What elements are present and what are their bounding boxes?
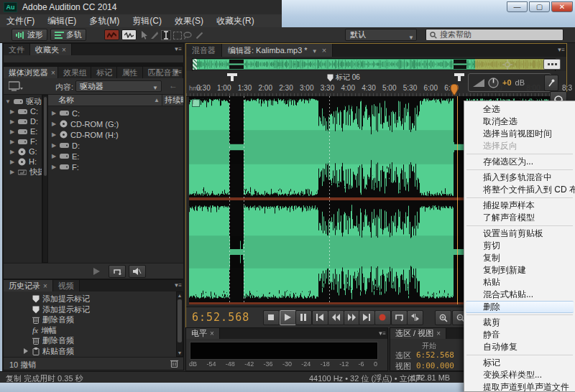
gain-slope-icon[interactable]: [473, 79, 484, 87]
expander-icon[interactable]: ▶: [51, 121, 57, 127]
media-tab[interactable]: 媒体浏览器×: [4, 67, 58, 78]
play-button[interactable]: [280, 310, 296, 325]
context-menu-item-粘贴[interactable]: 粘贴: [464, 276, 575, 289]
multitrack-view-button[interactable]: 多轨: [50, 29, 86, 41]
close-tab-icon[interactable]: ×: [436, 330, 441, 337]
expander-icon[interactable]: ▶: [51, 153, 57, 159]
help-search-input[interactable]: 搜索帮助: [426, 29, 564, 41]
panel-menu-icon[interactable]: ▼≡: [553, 47, 564, 55]
panel-menu-icon[interactable]: ▼≡: [374, 330, 385, 338]
history-item[interactable]: 添加提示标记: [4, 294, 176, 304]
panel-menu-icon[interactable]: ▼≡: [170, 69, 181, 77]
workspace-dropdown[interactable]: 默认 ▼: [345, 29, 417, 41]
context-menu-item-复制[interactable]: 复制: [464, 252, 575, 264]
content-dropdown[interactable]: 驱动器 ▼: [75, 80, 162, 92]
expander-icon[interactable]: ▶: [51, 142, 57, 149]
tree-item-F:[interactable]: ▶F:: [4, 136, 42, 146]
context-menu-item-变换采样类型...[interactable]: 变换采样类型...: [464, 369, 575, 381]
tree-item-G:[interactable]: ▶G:: [4, 146, 42, 157]
tree-scrollbar[interactable]: [42, 95, 48, 263]
tree-item-驱动器[interactable]: ▼驱动器: [4, 96, 42, 106]
loop-preview-button[interactable]: [109, 265, 126, 278]
context-menu-item-剪切[interactable]: 剪切: [464, 240, 575, 252]
context-menu-item-标记[interactable]: 标记: [464, 357, 575, 369]
close-tab-icon[interactable]: ×: [51, 69, 55, 77]
maximize-button[interactable]: ▢: [529, 1, 550, 12]
history-item[interactable]: 粘贴音频: [4, 346, 176, 357]
minimize-button[interactable]: —: [507, 1, 528, 12]
hud-db-value[interactable]: +0: [502, 78, 512, 87]
pin-icon[interactable]: [544, 75, 558, 91]
overview-left-handle[interactable]: [193, 59, 197, 70]
close-tab-icon[interactable]: ×: [322, 46, 326, 55]
expander-icon[interactable]: ▶: [9, 149, 15, 155]
overview-strip[interactable]: [192, 58, 556, 72]
context-menu-item-提取声道到单声道文件[interactable]: 提取声道到单声道文件: [464, 381, 575, 392]
tab-editor[interactable]: 编辑器: Kalimba.mp3 * ▼ ×: [222, 44, 333, 57]
history-item[interactable]: 添加提示标记: [4, 304, 176, 315]
menu-编辑(E)[interactable]: 编辑(E): [41, 14, 83, 27]
drive-row[interactable]: ▶CD-ROM (G:): [48, 118, 183, 129]
expander-icon[interactable]: ▶: [51, 131, 57, 138]
expander-icon[interactable]: ▶: [9, 159, 15, 165]
marker[interactable]: 标记 06: [327, 73, 360, 83]
title-bar[interactable]: Au Adobe Audition CC 2014 — ▢ ✕: [0, 0, 575, 14]
tree-item-E:[interactable]: ▶E:: [4, 126, 42, 136]
scroll-up-icon[interactable]: ▲: [177, 292, 183, 299]
menu-收藏夹(R)[interactable]: 收藏夹(R): [210, 14, 261, 27]
expander-icon[interactable]: ▶: [51, 164, 57, 170]
expander-icon[interactable]: ▼: [5, 98, 11, 105]
selection-bracket-left[interactable]: [226, 73, 238, 82]
tab-selection-view[interactable]: 选区 / 视图×: [390, 328, 446, 339]
files-tab[interactable]: 文件: [4, 44, 30, 55]
pause-button[interactable]: [295, 310, 312, 325]
skip-start-button[interactable]: [312, 310, 328, 325]
waveform-view-button[interactable]: 波形: [12, 29, 47, 41]
context-menu-item-自动修复[interactable]: 自动修复: [464, 341, 575, 353]
overview-waveform[interactable]: [193, 59, 553, 70]
scroll-down-icon[interactable]: ▼: [177, 350, 183, 356]
context-menu-item-存储选区为...[interactable]: 存储选区为...: [464, 156, 575, 168]
scrollbar-thumb[interactable]: [178, 299, 182, 342]
expander-icon[interactable]: ▶: [9, 118, 15, 125]
menu-效果(S)[interactable]: 效果(S): [168, 14, 210, 27]
drive-row[interactable]: ▶D:: [48, 140, 183, 151]
media-tab[interactable]: 属性: [117, 67, 143, 78]
history-tab[interactable]: 历史记录×: [4, 280, 53, 291]
history-scrollbar[interactable]: ▲ ▼: [176, 291, 183, 357]
selection-bracket-right[interactable]: [454, 73, 465, 82]
skip-end-button[interactable]: [359, 310, 375, 325]
trim-button[interactable]: [407, 310, 423, 325]
close-tab-icon[interactable]: ×: [43, 282, 47, 290]
context-menu-item-删除[interactable]: 删除: [466, 301, 574, 313]
expander-icon[interactable]: ▶: [9, 129, 15, 135]
media-tab[interactable]: 标记: [91, 67, 117, 78]
menu-剪辑(C)[interactable]: 剪辑(C): [126, 14, 168, 27]
marquee-tool-icon[interactable]: [172, 30, 183, 40]
name-column-header[interactable]: 名称: [48, 95, 154, 106]
context-menu-item-混合式粘贴...[interactable]: 混合式粘贴...: [464, 289, 575, 301]
context-menu-item-取消全选[interactable]: 取消全选: [464, 116, 575, 128]
spectral-display-icon[interactable]: [104, 29, 119, 40]
preview-volume-button[interactable]: [129, 265, 146, 278]
history-tab[interactable]: 视频: [53, 280, 80, 291]
context-menu-item-将整个文件插入到 CD 布局[interactable]: 将整个文件插入到 CD 布局: [464, 184, 575, 196]
drive-row[interactable]: ▶CD-ROM (H:): [48, 129, 183, 140]
history-item[interactable]: 删除音频: [4, 335, 176, 346]
fast-forward-button[interactable]: [344, 310, 360, 325]
duration-column-header[interactable]: 持续时间: [162, 95, 183, 106]
list-header[interactable]: 名称 ▲ 持续时间: [48, 95, 183, 106]
context-menu-item-设置当前剪贴板[interactable]: 设置当前剪贴板: [464, 228, 575, 240]
panel-menu-icon[interactable]: ▼≡: [170, 282, 181, 290]
gear-icon[interactable]: [502, 60, 512, 70]
context-menu-item-选择当前视图时间[interactable]: 选择当前视图时间: [464, 128, 575, 140]
context-menu-item-静音[interactable]: 静音: [464, 329, 575, 341]
expander-icon[interactable]: ▶: [9, 108, 15, 115]
context-menu-item-裁剪[interactable]: 裁剪: [464, 317, 575, 329]
context-menu-item-全选[interactable]: 全选: [464, 103, 575, 116]
drive-row[interactable]: ▶F:: [48, 162, 183, 172]
zoom-in-button[interactable]: [435, 310, 451, 325]
scrollbar-thumb[interactable]: [44, 97, 47, 176]
files-tab[interactable]: 收藏夹×: [30, 44, 72, 55]
panel-menu-icon[interactable]: ▼≡: [170, 46, 181, 54]
